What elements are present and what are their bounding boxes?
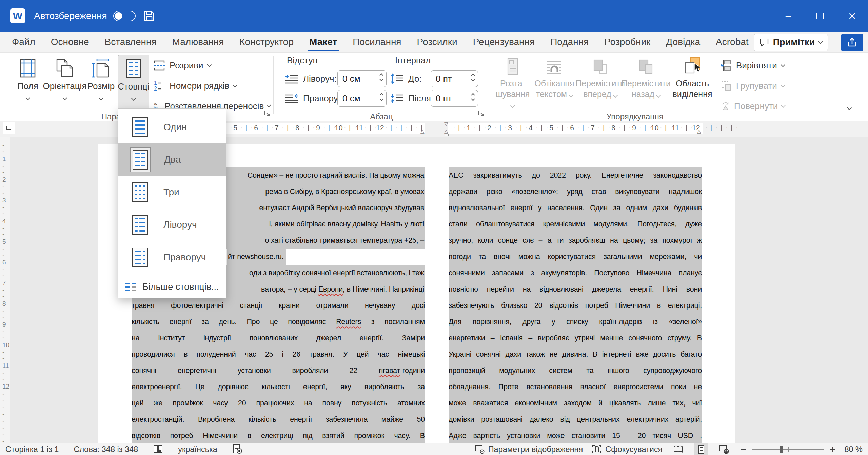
columns-menu-item-Три[interactable]: Три [118, 176, 226, 209]
columns-button[interactable]: Стовпці [118, 55, 149, 112]
spacing-after-input[interactable]: 0 пт [431, 90, 478, 107]
ruler-number: 9 [630, 124, 638, 132]
size-button[interactable]: Розмір [85, 55, 117, 112]
tab-Рецензування[interactable]: Рецензування [465, 32, 543, 52]
first-line-indent-marker[interactable]: ▽ [444, 121, 448, 127]
document-text-line[interactable]: зручно, коли сонце сяє – а ти заробляєш … [449, 232, 702, 249]
rotate-icon [721, 100, 730, 112]
focus-mode-button[interactable]: Сфокусуватися [592, 444, 662, 454]
text-column-right[interactable]: АЕС закриватимуть до 2022 року. Енергети… [449, 167, 702, 443]
maximize-button[interactable] [804, 0, 836, 32]
document-text-line[interactable]: проводилися в полуденний час 25 і 26 тра… [132, 346, 425, 362]
right-indent-marker[interactable]: △ [420, 128, 425, 134]
zoom-level[interactable]: 80 % [844, 445, 863, 454]
align-button[interactable]: Вирівняти [721, 57, 785, 74]
send-backward-button: Перемістити назад [625, 55, 667, 99]
zoom-in-button[interactable]: + [830, 443, 836, 455]
tab-Макет[interactable]: Макет [301, 32, 345, 52]
document-text-line[interactable]: стали облаштовуватися кремнієвими модуля… [449, 216, 702, 232]
document-text-line[interactable]: електростанцій. Вироблена кількість енер… [132, 411, 425, 428]
document-text-line[interactable]: електроенергії. Це дорівнює кількості ен… [132, 379, 425, 395]
document-text-line[interactable]: відсотків потреб Німеччини в електриці п… [132, 428, 425, 443]
tab-Подання[interactable]: Подання [542, 32, 596, 52]
document-text-line[interactable]: АЕС закриватимуть до 2022 року. Енергети… [449, 167, 702, 183]
tab-Малювання[interactable]: Малювання [164, 32, 232, 52]
macro-record-button[interactable] [232, 444, 242, 454]
spinner-arrows[interactable] [380, 92, 383, 100]
spinner-arrows[interactable] [380, 72, 383, 81]
document-text-line[interactable]: на Інститут індустрії поновлюваних джере… [132, 330, 425, 346]
document-text-line[interactable]: обладнання. Проте встановлення власної е… [449, 379, 702, 395]
columns-menu-item-Один[interactable]: Один [118, 111, 226, 143]
breaks-button[interactable]: Розриви [153, 57, 270, 74]
document-text-line[interactable]: повністю перейти на відновлювані джерела… [449, 281, 702, 297]
tab-Довідка[interactable]: Довідка [658, 32, 708, 52]
tab-Розробник[interactable]: Розробник [596, 32, 658, 52]
comments-button[interactable]: Примітки [754, 34, 828, 51]
document-text-line[interactable]: домівки розташовані далеко від центральн… [449, 411, 702, 428]
tab-Основне[interactable]: Основне [43, 32, 97, 52]
display-settings-button[interactable]: Параметри відображення [475, 444, 583, 454]
more-columns-item[interactable]: Більше стовпців... [118, 278, 226, 296]
left-indent-marker[interactable] [445, 134, 449, 136]
right-indent-marker[interactable]: △ [697, 128, 701, 134]
spacing-before-input[interactable]: 0 пт [431, 70, 478, 87]
columns-menu-item-Два[interactable]: Два [118, 143, 226, 176]
word-count[interactable]: Слова: 348 із 348 [74, 445, 138, 454]
tab-Конструктор[interactable]: Конструктор [232, 32, 301, 52]
close-button[interactable]: ✕ [836, 0, 868, 32]
vertical-ruler[interactable]: --1--2--3--4--5--6--7--8--9--10--11--12-… [0, 137, 10, 443]
document-text-line[interactable]: забезпечують близько 20 відсотків потреб… [449, 297, 702, 314]
word-app-icon[interactable]: W [10, 8, 25, 23]
minimize-button[interactable]: – [772, 0, 804, 32]
indent-right-input[interactable]: 0 см [337, 90, 387, 107]
tab-selector[interactable] [3, 122, 15, 134]
collapse-ribbon-icon[interactable] [847, 105, 852, 110]
focus-icon [592, 444, 602, 454]
web-layout-button[interactable] [717, 443, 731, 455]
columns-menu-item-Праворуч[interactable]: Праворуч [118, 241, 226, 274]
spinner-arrows[interactable] [472, 92, 474, 100]
document-text-line[interactable]: травня фотоелектричні станції країни отр… [132, 297, 425, 314]
document-text-line[interactable]: Україні сонячні дахи також не дивина. В … [449, 346, 702, 362]
document-text-line[interactable]: сонячні енергетичні установки виробляли … [132, 362, 425, 379]
ruler-tick: · [395, 124, 398, 132]
zoom-slider-handle[interactable] [780, 446, 783, 453]
language-indicator[interactable]: українська [178, 445, 217, 454]
tab-Посилання[interactable]: Посилання [345, 32, 409, 52]
document-text-line[interactable]: сонячними запасами з акумуляторів. Посту… [449, 265, 702, 281]
zoom-out-button[interactable]: − [740, 443, 746, 455]
tab-Файл[interactable]: Файл [4, 32, 43, 52]
share-button[interactable] [841, 34, 863, 51]
document-text-line[interactable]: цей же проміжок часу 20 працюючих на пов… [132, 395, 425, 411]
proofing-status[interactable] [153, 444, 163, 454]
read-mode-button[interactable] [671, 443, 685, 455]
document-text-line[interactable]: енергетики – Іспанія – виробляє утричі м… [449, 330, 702, 346]
document-text-line[interactable]: може вважатися економічним заходом й цік… [449, 395, 702, 411]
autosave-toggle[interactable] [113, 11, 136, 21]
line-numbers-button[interactable]: 12 Номери рядків [153, 77, 270, 95]
document-text-line[interactable]: держави різко «позеленіло»: уряд став ви… [449, 183, 702, 200]
selection-pane-button[interactable]: Область виділення [670, 55, 715, 99]
spinner-arrows[interactable] [472, 72, 474, 81]
ruler-right-column[interactable]: ·|·1·|·2·|·3·|·4·|·5·|·6·|·7·|·8·|·9·|·1… [448, 123, 703, 134]
margins-button[interactable]: Поля [12, 55, 44, 112]
document-text-line[interactable]: Для порівняння, друга у списку країн-лід… [449, 314, 702, 330]
document-text-line[interactable]: погоди та вночі можна користуватися зага… [449, 249, 702, 265]
print-layout-button[interactable] [694, 443, 708, 455]
orientation-button[interactable]: Орієнтація [47, 55, 83, 112]
columns-menu-item-Ліворуч[interactable]: Ліворуч [118, 209, 226, 241]
tab-Вставлення[interactable]: Вставлення [97, 32, 164, 52]
zoom-slider[interactable] [752, 449, 824, 450]
page-setup-dialog-launcher[interactable] [263, 110, 272, 118]
document-text-line[interactable]: кількість енергії за день. Про це повідо… [132, 314, 425, 330]
tab-Acrobat[interactable]: Acrobat [708, 32, 756, 52]
page-indicator[interactable]: Сторінка 1 із 1 [5, 445, 59, 454]
document-text-line[interactable]: Адже вартість установки може становити 1… [449, 428, 702, 443]
document-text-line[interactable]: відновлювальної енергії у населення. Оди… [449, 200, 702, 216]
indent-left-input[interactable]: 0 см [337, 70, 387, 87]
save-button[interactable] [143, 10, 155, 22]
paragraph-dialog-launcher[interactable] [477, 110, 486, 118]
document-text-line[interactable]: пропозицій модульних систем та іншого су… [449, 362, 702, 379]
tab-Розсилки[interactable]: Розсилки [409, 32, 465, 52]
